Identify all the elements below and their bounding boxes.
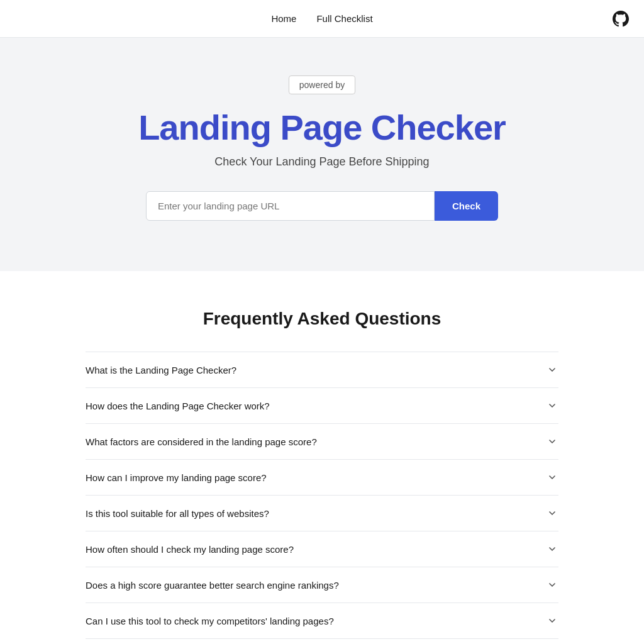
faq-item[interactable]: Is this tool suitable for all types of w… (86, 496, 558, 531)
faq-list: What is the Landing Page Checker? How do… (86, 352, 558, 639)
nav-links: Home Full Checklist (271, 13, 372, 24)
hero-subtitle: Check Your Landing Page Before Shipping (15, 155, 629, 169)
faq-item[interactable]: How does the Landing Page Checker work? (86, 388, 558, 424)
faq-question-4: Is this tool suitable for all types of w… (86, 508, 538, 519)
faq-item[interactable]: What is the Landing Page Checker? (86, 352, 558, 388)
faq-question-5: How often should I check my landing page… (86, 544, 538, 555)
powered-by-badge: powered by (289, 75, 355, 94)
hero-title: Landing Page Checker (15, 107, 629, 148)
faq-item[interactable]: What factors are considered in the landi… (86, 424, 558, 460)
faq-title: Frequently Asked Questions (86, 309, 558, 329)
faq-question-7: Can I use this tool to check my competit… (86, 616, 538, 626)
faq-question-2: What factors are considered in the landi… (86, 436, 538, 447)
faq-item[interactable]: Can I use this tool to check my competit… (86, 603, 558, 639)
faq-item[interactable]: How often should I check my landing page… (86, 531, 558, 567)
github-icon (613, 11, 629, 27)
chevron-down-icon-5 (546, 543, 558, 555)
faq-section: Frequently Asked Questions What is the L… (70, 271, 574, 644)
url-input[interactable] (146, 191, 435, 221)
github-link[interactable] (613, 11, 629, 27)
chevron-down-icon-2 (546, 435, 558, 448)
chevron-down-icon-6 (546, 579, 558, 591)
chevron-down-icon-0 (546, 364, 558, 376)
faq-question-6: Does a high score guarantee better searc… (86, 580, 538, 591)
faq-item[interactable]: How can I improve my landing page score? (86, 460, 558, 496)
hero-section: powered by Landing Page Checker Check Yo… (0, 38, 644, 271)
faq-question-0: What is the Landing Page Checker? (86, 365, 538, 375)
faq-item[interactable]: Does a high score guarantee better searc… (86, 567, 558, 603)
check-button[interactable]: Check (435, 191, 498, 221)
chevron-down-icon-3 (546, 471, 558, 484)
nav-full-checklist[interactable]: Full Checklist (316, 13, 372, 24)
chevron-down-icon-7 (546, 614, 558, 627)
faq-question-3: How can I improve my landing page score? (86, 472, 538, 483)
faq-question-1: How does the Landing Page Checker work? (86, 401, 538, 411)
navbar: Home Full Checklist (0, 0, 644, 38)
chevron-down-icon-1 (546, 399, 558, 412)
nav-home[interactable]: Home (271, 13, 296, 24)
url-form: Check (146, 191, 498, 221)
chevron-down-icon-4 (546, 507, 558, 519)
